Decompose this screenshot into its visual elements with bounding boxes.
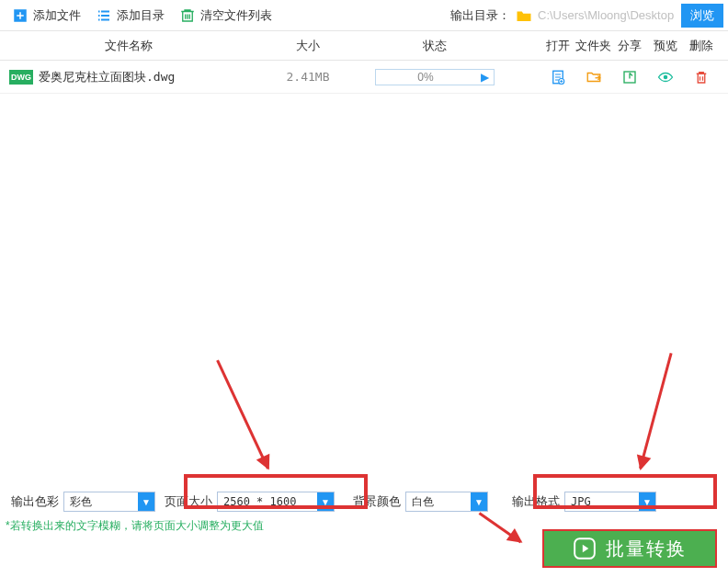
output-dir-path: C:\Users\Mloong\Desktop <box>538 8 676 22</box>
page-param: 页面大小 2560 * 1600 ▼ <box>165 492 335 512</box>
clear-icon <box>179 7 196 24</box>
play-circle-icon <box>573 537 597 560</box>
file-size: 2.41MB <box>257 70 358 84</box>
color-value: 彩色 <box>64 494 97 510</box>
header-size: 大小 <box>257 38 358 54</box>
table-header: 文件名称 大小 状态 打开 文件夹 分享 预览 删除 <box>0 31 728 61</box>
add-file-button[interactable]: 添加文件 <box>5 4 88 28</box>
bg-param: 背景颜色 白色 ▼ <box>353 492 488 512</box>
header-preview: 预览 <box>647 38 683 54</box>
format-param: 输出格式 JPG ▼ <box>512 492 656 512</box>
header-delete: 删除 <box>683 38 719 54</box>
annotation-arrow-format <box>639 353 673 469</box>
table-row: DWG 爱奥尼克柱立面图块.dwg 2.41MB 0% ▶ <box>0 61 728 94</box>
format-select[interactable]: JPG ▼ <box>564 492 656 512</box>
progress-bar[interactable]: 0% ▶ <box>375 69 495 85</box>
format-value: JPG <box>565 495 597 508</box>
annotation-arrow-page <box>216 360 269 470</box>
color-label: 输出色彩 <box>11 493 59 510</box>
play-icon[interactable]: ▶ <box>476 71 494 84</box>
open-file-button[interactable] <box>540 69 575 85</box>
share-button[interactable] <box>611 69 647 85</box>
chevron-down-icon: ▼ <box>317 492 334 511</box>
header-share: 分享 <box>611 38 647 54</box>
add-file-label: 添加文件 <box>33 7 81 24</box>
clear-list-label: 清空文件列表 <box>200 7 272 24</box>
chevron-down-icon: ▼ <box>138 492 154 511</box>
header-filename: 文件名称 <box>0 38 257 54</box>
chevron-down-icon: ▼ <box>471 492 487 511</box>
file-badge: DWG <box>9 70 33 85</box>
add-folder-button[interactable]: 添加目录 <box>88 4 172 28</box>
header-folder: 文件夹 <box>575 38 611 54</box>
clear-list-button[interactable]: 清空文件列表 <box>172 4 279 28</box>
batch-convert-button[interactable]: 批量转换 <box>542 529 717 568</box>
header-open: 打开 <box>540 38 575 54</box>
svg-point-4 <box>663 74 667 79</box>
color-select[interactable]: 彩色 ▼ <box>63 492 155 512</box>
add-file-icon <box>12 7 28 24</box>
browse-button[interactable]: 浏览 <box>681 4 723 28</box>
page-value: 2560 * 1600 <box>218 495 301 508</box>
chevron-down-icon: ▼ <box>639 492 655 511</box>
delete-button[interactable] <box>683 69 719 85</box>
convert-label: 批量转换 <box>606 537 687 561</box>
bg-value: 白色 <box>406 494 439 510</box>
toolbar: 添加文件 添加目录 清空文件列表 输出目录： C:\Users\Mloong\D… <box>0 0 728 31</box>
file-name: 爱奥尼克柱立面图块.dwg <box>39 69 257 85</box>
folder-icon <box>516 8 532 23</box>
format-label: 输出格式 <box>512 493 560 510</box>
add-folder-label: 添加目录 <box>117 7 165 24</box>
page-label: 页面大小 <box>165 493 212 510</box>
header-status: 状态 <box>358 38 510 54</box>
list-icon <box>96 7 112 24</box>
bg-select[interactable]: 白色 ▼ <box>405 492 488 512</box>
bg-label: 背景颜色 <box>353 493 401 510</box>
bottom-panel: 输出色彩 彩色 ▼ 页面大小 2560 * 1600 ▼ 背景颜色 白色 ▼ <box>0 483 728 577</box>
color-param: 输出色彩 彩色 ▼ <box>11 492 155 512</box>
preview-button[interactable] <box>647 69 683 85</box>
open-folder-button[interactable] <box>575 69 611 85</box>
output-dir-label: 输出目录： <box>450 7 510 24</box>
page-select[interactable]: 2560 * 1600 ▼ <box>217 492 335 512</box>
progress-text: 0% <box>376 71 476 84</box>
